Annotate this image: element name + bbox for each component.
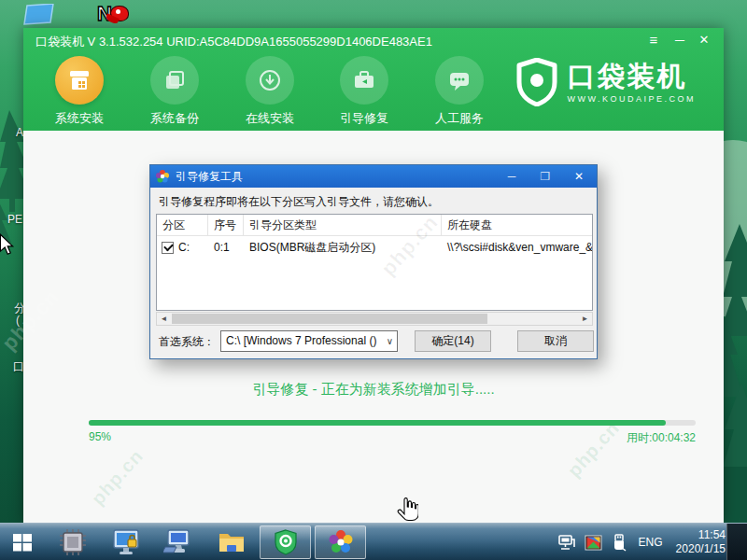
nav-system-install[interactable]: 系统安装 — [42, 56, 117, 127]
col-order[interactable]: 序号 — [208, 215, 244, 235]
boot-repair-dialog: 引导修复工具 ─ ❒ ✕ 引导修复程序即将在以下分区写入引导文件，请您确认。 分… — [149, 164, 598, 359]
col-disk[interactable]: 所在硬盘 — [442, 215, 592, 235]
system-tray: ENG 11:54 2020/1/15 — [552, 524, 726, 560]
dialog-footer: 首选系统： C:\ [Windows 7 Professional () ∨ 确… — [150, 329, 597, 353]
human-service-icon — [435, 56, 484, 105]
desktop: php.cn php.cn php.cn php.cn php.cn php.c… — [0, 0, 747, 560]
usb-icon[interactable] — [612, 534, 627, 552]
taskbar-pinwheel-app-button[interactable] — [315, 525, 366, 559]
preferred-system-label: 首选系统： — [159, 334, 215, 350]
minimize-button[interactable]: ─ — [668, 30, 692, 50]
app-titlebar[interactable]: 口袋装机 V 3.1.532.254 URID:A5C84DD9A1655055… — [23, 28, 724, 52]
system-backup-icon — [150, 56, 199, 105]
windows-logo-icon — [11, 531, 34, 553]
mouse-cursor-arrow — [0, 233, 16, 256]
progress-bar — [89, 420, 696, 426]
taskbar-chip-icon[interactable] — [58, 527, 88, 557]
cancel-button[interactable]: 取消 — [517, 330, 594, 352]
taskbar-monitor-lock-icon[interactable] — [111, 527, 141, 557]
brand-logo: 口袋装机 WWW.KOUDAIPE.COM — [515, 58, 697, 106]
combobox-value: C:\ [Windows 7 Professional () — [226, 334, 376, 347]
ok-button[interactable]: 确定(14) — [415, 330, 491, 352]
dialog-titlebar[interactable]: 引导修复工具 ─ ❒ ✕ — [150, 165, 597, 188]
taskbar-shield-app-button[interactable] — [260, 525, 311, 559]
pinwheel-icon — [328, 529, 354, 555]
dialog-message: 引导修复程序即将在以下分区写入引导文件，请您确认。 — [159, 194, 439, 210]
pinwheel-icon — [155, 169, 170, 184]
desktop-display-icon[interactable] — [23, 4, 55, 26]
brand-website: WWW.KOUDAIPE.COM — [568, 94, 697, 104]
menu-icon[interactable]: ≡ — [641, 30, 666, 50]
elapsed-time: 用时:00:04:32 — [627, 430, 696, 446]
progress-percent: 95% — [89, 430, 111, 443]
nav-system-backup[interactable]: 系统备份 — [137, 56, 212, 127]
table-header-row: 分区 序号 引导分区类型 所在硬盘 — [157, 215, 592, 236]
shield-icon — [515, 58, 558, 106]
dialog-minimize-button[interactable]: ─ — [498, 165, 526, 188]
nav-human-service[interactable]: 人工服务 — [422, 56, 497, 127]
order-cell: 0:1 — [208, 236, 244, 259]
disk-cell: \\?\scsi#disk&ven_vmware_& — [442, 236, 592, 259]
dialog-close-button[interactable]: ✕ — [565, 165, 593, 188]
network-icon[interactable] — [557, 534, 575, 551]
nav-boot-repair[interactable]: 引导修复 — [327, 56, 402, 127]
scroll-right-arrow-icon[interactable]: ► — [578, 313, 592, 325]
display-color-icon[interactable] — [585, 535, 602, 551]
taskbar: ENG 11:54 2020/1/15 — [0, 523, 747, 560]
taskbar-folder-icon[interactable] — [217, 527, 247, 557]
app-header: 口袋装机 V 3.1.532.254 URID:A5C84DD9A1655055… — [23, 28, 724, 131]
nav-label: 在线安装 — [233, 110, 307, 127]
brand-text: 口袋装机 WWW.KOUDAIPE.COM — [568, 62, 697, 104]
start-button[interactable] — [7, 527, 37, 557]
desktop-icon-label[interactable]: PE — [7, 213, 22, 226]
taskbar-computer-icon[interactable] — [162, 527, 192, 557]
boot-type-cell: BIOS(MBR磁盘启动分区) — [244, 236, 442, 259]
horizontal-scrollbar[interactable]: ◄ ► — [156, 312, 593, 326]
scroll-left-arrow-icon[interactable]: ◄ — [157, 313, 171, 325]
brand-name: 口袋装机 — [568, 62, 697, 91]
partition-table: 分区 序号 引导分区类型 所在硬盘 C: 0:1 BIOS(MBR磁盘启动分区)… — [156, 214, 593, 311]
partition-checkbox[interactable] — [162, 242, 174, 254]
desktop-icon-label[interactable]: ( — [16, 314, 20, 327]
dialog-maximize-button[interactable]: ❒ — [531, 165, 559, 188]
nav-label: 系统安装 — [42, 110, 117, 127]
partition-cell: C: — [178, 236, 190, 259]
col-boot-type[interactable]: 引导分区类型 — [244, 215, 442, 235]
clock-time: 11:54 — [676, 528, 726, 542]
table-row[interactable]: C: 0:1 BIOS(MBR磁盘启动分区) \\?\scsi#disk&ven… — [157, 236, 592, 259]
boot-repair-icon — [340, 56, 388, 105]
nav-label: 人工服务 — [422, 110, 497, 127]
blob-highlight — [116, 9, 120, 14]
dialog-title: 引导修复工具 — [176, 169, 243, 185]
nav-label: 系统备份 — [137, 110, 212, 127]
app-title: 口袋装机 V 3.1.532.254 URID:A5C84DD9A1655055… — [35, 34, 432, 50]
status-text: 引导修复 - 正在为新装系统增加引导..... — [23, 381, 724, 399]
close-button[interactable]: ✕ — [692, 30, 716, 50]
green-shield-icon — [274, 529, 298, 555]
taskbar-clock[interactable]: 11:54 2020/1/15 — [676, 528, 726, 556]
preferred-system-combobox[interactable]: C:\ [Windows 7 Professional () ∨ — [220, 330, 398, 352]
chevron-down-icon: ∨ — [387, 331, 393, 351]
scrollbar-thumb[interactable] — [172, 314, 487, 324]
col-partition[interactable]: 分区 — [157, 215, 208, 235]
language-indicator[interactable]: ENG — [639, 536, 663, 549]
show-desktop-button[interactable] — [726, 524, 747, 560]
desktop-icon-label[interactable]: A — [16, 126, 23, 139]
clock-date: 2020/1/15 — [676, 542, 726, 556]
progress-bar-fill — [89, 420, 666, 426]
desktop-n-logo-icon[interactable]: N — [97, 4, 134, 28]
online-install-icon — [246, 56, 294, 105]
nav-online-install[interactable]: 在线安装 — [233, 56, 307, 127]
system-install-icon — [55, 56, 104, 105]
nav-label: 引导修复 — [327, 110, 402, 127]
